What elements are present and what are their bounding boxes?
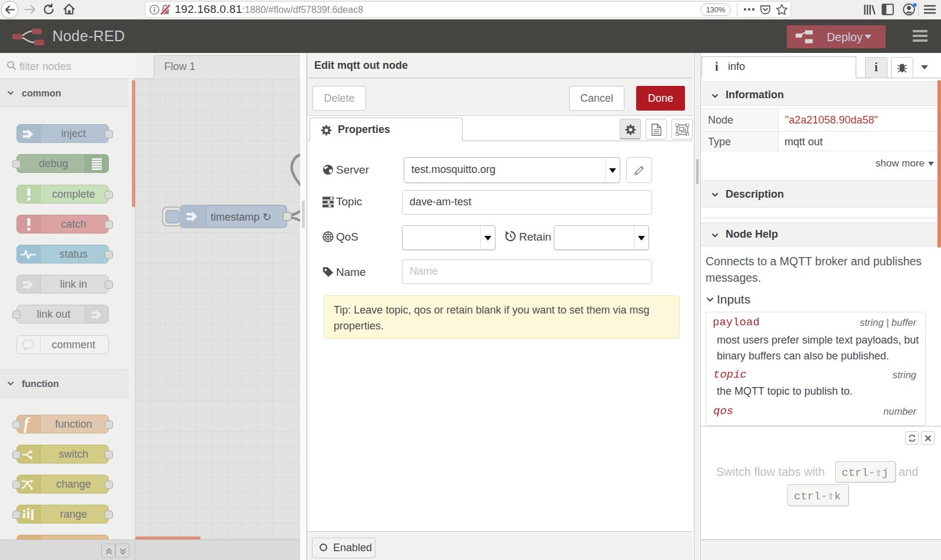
svg-text:timestamp ↻: timestamp ↻ (211, 211, 271, 223)
